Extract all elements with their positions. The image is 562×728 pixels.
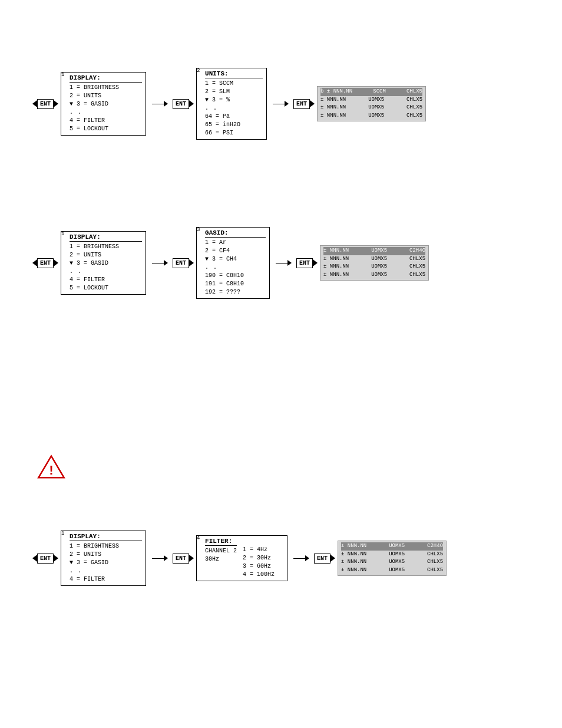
dp-mid-s1-4: UOMX5 (368, 112, 384, 120)
menu-num-2-s1: 2 (197, 68, 200, 74)
display-panel-s2: ± NNN.NN UOMX5 C2H4O ± NNN.NN UOMX5 CHLX… (320, 245, 429, 281)
dp-row-s1-1: b ± NNN.NN SCCM CHLX5 (320, 88, 422, 96)
dp-row-s3-2: ± NNN.NN UOMX5 CHLX5 (341, 551, 443, 559)
menu-item-s3-f2: 2 = 30Hz (243, 554, 275, 562)
arrow-s1-1 (152, 101, 168, 107)
dp-right-s1-1: CHLX5 (406, 88, 422, 96)
ent-label-s1-mid[interactable]: ENT (173, 99, 189, 109)
dp-right-s3-3: CHLX5 (427, 558, 443, 566)
arrow-s1-2 (273, 101, 289, 107)
dp-left-s1-3: ± NNN.NN (320, 104, 346, 112)
menu-item-s2-gdots: . . (205, 263, 266, 272)
ent-button-s1-mid[interactable]: ENT (173, 99, 194, 109)
dp-right-s2-2: CHLX5 (409, 255, 425, 263)
menu-item-s2-g192: 192 = ???? (205, 288, 266, 297)
dp-row-s3-1: ± NNN.NN UOMX5 C2H4O (341, 542, 443, 551)
ent-label-s2-right[interactable]: ENT (296, 258, 313, 268)
svg-text:!: ! (48, 464, 55, 479)
menu-item-s1-3: ▼ 3 = GASID (70, 100, 142, 108)
dp-row-s2-3: ± NNN.NN UOMX5 CHLX5 (323, 263, 425, 271)
arrow-s3-2 (293, 555, 309, 561)
ent-label-s1-right[interactable]: ENT (293, 99, 310, 109)
arrow-s2-2 (276, 260, 292, 266)
dp-mid-s1-1: SCCM (373, 88, 386, 96)
ent-label-s1[interactable]: ENT (37, 99, 54, 109)
dp-left-s2-1: ± NNN.NN (323, 247, 349, 255)
menu-item-s1-u1: 1 = SCCM (205, 80, 263, 88)
menu-item-s2-3: ▼ 3 = GASID (70, 259, 142, 268)
menu-item-s1-u66: 66 = PSI (205, 129, 263, 137)
ent-button-s2-left[interactable]: ENT (32, 258, 58, 268)
ent-arrow-left-s1 (32, 100, 37, 107)
display-panel-s1: b ± NNN.NN SCCM CHLX5 ± NNN.NN UOMX5 CHL… (317, 86, 426, 121)
menu-item-s3-f1: 1 = 4Hz (243, 546, 275, 554)
menu-item-s1-4: 4 = FILTER (70, 117, 142, 125)
dp-right-s2-3: CHLX5 (409, 263, 425, 271)
dp-row-s3-3: ± NNN.NN UOMX5 CHLX5 (341, 558, 443, 566)
section3-filter-diagram: ENT 1 DISPLAY: 1 = BRIGHTNESS 2 = UNITS … (32, 531, 447, 586)
ent-arrow-right-s2 (54, 259, 58, 266)
ent-button-s2-right[interactable]: ENT (296, 258, 318, 268)
ent-label-s3-right[interactable]: ENT (314, 554, 330, 564)
menu-item-s3-f-ch: CHANNEL 2 (205, 547, 237, 555)
ent-button-s1-left[interactable]: ENT (32, 99, 58, 109)
ent-arrow-right-s1 (54, 100, 58, 107)
warning-svg: ! (37, 454, 66, 480)
ent-arrow-right-s1-mid (189, 100, 194, 107)
menu-item-s3-4: 4 = FILTER (70, 575, 142, 584)
dp-row-s1-4: ± NNN.NN UOMX5 CHLX5 (320, 112, 422, 120)
ent-button-s3-right[interactable]: ENT (314, 554, 335, 564)
menu-title-1-s2: DISPLAY: (70, 233, 142, 242)
arrow-s3-1 (152, 555, 168, 561)
menu-item-s3-2: 2 = UNITS (70, 551, 142, 559)
dp-mid-s3-4: UOMX5 (389, 566, 405, 575)
ent-button-s1-right[interactable]: ENT (293, 99, 315, 109)
dp-row-s1-3: ± NNN.NN UOMX5 CHLX5 (320, 104, 422, 112)
menu-num-1-s3: 1 (61, 531, 64, 536)
ent-label-s3[interactable]: ENT (37, 554, 54, 564)
ent-button-s3-left[interactable]: ENT (32, 554, 58, 564)
ent-arrow-right-s1-right (310, 100, 315, 107)
ent-arrow-right-s2-right (313, 259, 318, 266)
ent-label-s2[interactable]: ENT (37, 258, 54, 268)
dp-row-s3-4: ± NNN.NN UOMX5 CHLX5 (341, 566, 443, 575)
menu-title-3-s2: GASID: (205, 229, 266, 238)
dp-right-s3-1: C2H4O (427, 542, 443, 551)
ent-arrow-left-s3 (32, 555, 37, 562)
menu-box-1-s1: 1 DISPLAY: 1 = BRIGHTNESS 2 = UNITS ▼ 3 … (61, 72, 146, 136)
ent-label-s3-mid[interactable]: ENT (173, 554, 189, 564)
dp-mid-s2-2: UOMX5 (371, 255, 387, 263)
ent-arrow-left-s2 (32, 259, 37, 266)
menu-num-1-s1: 1 (61, 72, 64, 78)
dp-left-s3-4: ± NNN.NN (341, 566, 366, 575)
menu-item-s1-u65: 65 = inH2O (205, 121, 263, 129)
dp-left-s2-4: ± NNN.NN (323, 271, 349, 279)
dp-left-s2-2: ± NNN.NN (323, 255, 349, 263)
dp-right-s1-3: CHLX5 (406, 104, 422, 112)
dp-right-s1-4: CHLX5 (406, 112, 422, 120)
ent-button-s3-mid[interactable]: ENT (173, 554, 194, 564)
section1-units-diagram: ENT 1 DISPLAY: 1 = BRIGHTNESS 2 = UNITS … (32, 68, 426, 140)
dp-right-s2-1: C2H4O (409, 247, 425, 255)
ent-arrow-right-s2-mid (189, 259, 194, 266)
menu-item-s2-g191: 191 = C8H10 (205, 280, 266, 288)
ent-arrow-right-s3-mid (189, 555, 194, 562)
menu-title-1-s1: DISPLAY: (70, 74, 142, 83)
dp-left-s3-2: ± NNN.NN (341, 551, 366, 559)
warning-icon: ! (37, 454, 66, 482)
menu-item-s2-5: 5 = LOCKOUT (70, 284, 142, 292)
dp-left-s3-1: ± NNN.NN (341, 542, 366, 551)
ent-label-s2-mid[interactable]: ENT (173, 258, 189, 268)
menu-item-s1-u3: ▼ 3 = % (205, 96, 263, 104)
menu-item-s2-g3: ▼ 3 = CH4 (205, 255, 266, 263)
menu-item-s3-dots: . . (70, 567, 142, 575)
dp-left-s1-2: ± NNN.NN (320, 96, 346, 104)
menu-box-3-s2: 3 GASID: 1 = Ar 2 = CF4 ▼ 3 = CH4 . . 19… (196, 227, 270, 299)
menu-title-1-s3: DISPLAY: (70, 533, 142, 541)
menu-item-s2-g2: 2 = CF4 (205, 247, 266, 255)
ent-button-s2-mid[interactable]: ENT (173, 258, 194, 268)
dp-mid-s1-3: UOMX5 (368, 104, 384, 112)
dp-row-s2-4: ± NNN.NN UOMX5 CHLX5 (323, 271, 425, 279)
dp-right-s3-4: CHLX5 (427, 566, 443, 575)
menu-title-4-s3: FILTER: (205, 538, 237, 546)
